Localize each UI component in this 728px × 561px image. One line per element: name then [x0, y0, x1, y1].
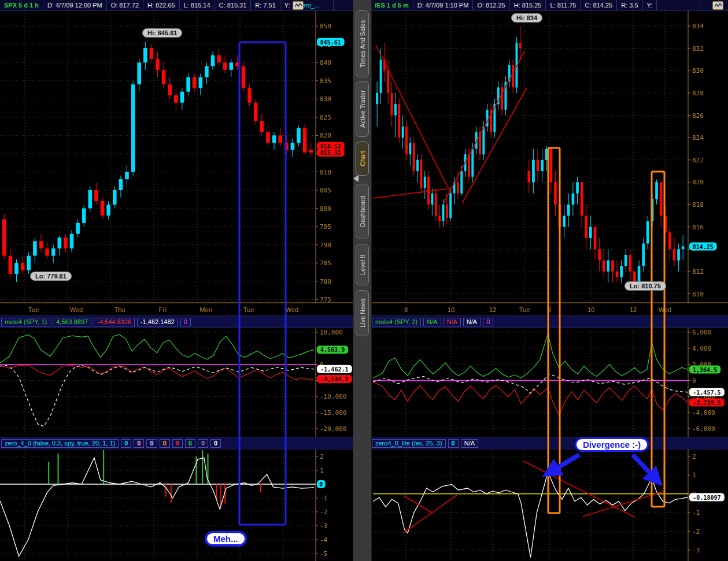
- svg-text:-2,729.5: -2,729.5: [693, 400, 720, 406]
- chart-panel-right: /ES 1 d 5 mD: 4/7/09 1:10 PMO: 812.25H: …: [371, 0, 728, 561]
- svg-text:-0.18097: -0.18097: [693, 495, 720, 501]
- sidebar-tab-dashboard[interactable]: Dashboard: [356, 184, 369, 239]
- study-header-field: 0: [121, 439, 131, 448]
- divergence-annotation: Divergence :-): [575, 437, 649, 452]
- header-field: L: 815.14: [180, 0, 215, 10]
- header-field: SPX 5 d 1 h: [0, 0, 43, 10]
- sidebar-tab-live-news[interactable]: Live News: [356, 290, 369, 336]
- svg-text:4,563.9: 4,563.9: [320, 347, 345, 353]
- sidebar-tab-level-ii[interactable]: Level II: [356, 244, 369, 285]
- axis-tick-label: 1: [692, 471, 696, 479]
- price-chart-right[interactable]: 8348328308288268248228208188168148128108…: [371, 10, 728, 315]
- axis-tick-label: 820: [692, 179, 704, 186]
- gadget-sidebar: Times And SalesActive TraderChartDashboa…: [353, 0, 372, 561]
- sidebar-tab-chart[interactable]: Chart: [356, 142, 369, 176]
- header-field: D: 4/7/09 12:00 PM: [43, 0, 107, 10]
- time-axis-label: Fri: [159, 306, 167, 313]
- study-header-field: 0: [146, 439, 157, 448]
- mole-study-chart-left[interactable]: 10,0005,0000-5,000-10,000-15,000-20,0004…: [0, 327, 353, 437]
- zero-study-header-left: zero_4_0 (false, 0.3, spy, true, 20, 1, …: [0, 437, 353, 449]
- trading-workspace: SPX 5 d 1 hD: 4/7/09 12:00 PMO: 817.72H:…: [0, 0, 728, 561]
- time-axis-label: Mon: [199, 306, 212, 313]
- axis-tick-label: 4,000: [692, 345, 711, 352]
- time-axis-label: 12: [630, 306, 637, 313]
- axis-tick-label: 824: [692, 134, 704, 142]
- header-field: O: 817.72: [107, 0, 143, 10]
- axis-tick-label: -20,000: [320, 425, 346, 433]
- header-field: R: 7.51: [251, 0, 280, 10]
- study-header-field: mole4 (SPY, 1): [1, 318, 50, 326]
- axis-tick-label: -15,000: [320, 409, 346, 417]
- axis-tick-label: 826: [692, 112, 704, 120]
- axis-tick-label: 785: [320, 259, 331, 267]
- svg-text:1,364.5: 1,364.5: [693, 367, 717, 373]
- time-axis-label: 10: [587, 306, 594, 313]
- time-axis-label: Tue: [519, 306, 530, 313]
- header-field: R: 3.5: [617, 0, 642, 10]
- axis-tick-label: 810: [692, 291, 704, 298]
- axis-tick-label: 800: [320, 205, 331, 213]
- study-header-field: N/A: [444, 318, 461, 326]
- symbol-header-right: /ES 1 d 5 mD: 4/7/09 1:10 PMO: 812.25H: …: [371, 0, 728, 11]
- svg-text:814.25: 814.25: [693, 244, 714, 250]
- chart-style-icon[interactable]: [293, 1, 304, 10]
- axis-tick-label: 830: [320, 95, 331, 103]
- axis-tick-label: 840: [320, 59, 331, 66]
- time-axis-label: 10: [448, 306, 454, 313]
- time-axis-label: Tue: [28, 306, 39, 313]
- svg-text:845.61: 845.61: [320, 39, 341, 46]
- axis-tick-label: 805: [320, 187, 331, 194]
- study-header-field: zero_4_0 (false, 0.3, spy, true, 20, 1, …: [1, 439, 119, 448]
- header-field: H: 815.25: [510, 0, 546, 10]
- header-field: O: 812.25: [473, 0, 509, 10]
- time-axis-label: Tue: [243, 306, 254, 313]
- time-axis-label: 8: [548, 306, 551, 313]
- zero-study-header-right: zero4_0_lite (/es, 25, 3)0N/A: [371, 437, 728, 449]
- study-header-field: -4,544.8326: [94, 318, 135, 326]
- axis-tick-label: -4,000: [692, 409, 715, 417]
- high-marker-bubble: Hi: 834: [511, 13, 542, 23]
- axis-tick-label: 1: [320, 467, 324, 474]
- header-field: D: 4/7/09 1:10 PM: [413, 0, 474, 10]
- axis-tick-label: -4: [320, 536, 328, 544]
- study-header-field: N/A: [461, 439, 478, 448]
- axis-tick-label: 834: [692, 23, 704, 30]
- axis-tick-label: 822: [692, 157, 704, 164]
- zero-study-chart-left[interactable]: 210-1-2-3-4-50: [0, 448, 353, 561]
- sidebar-tab-active-trader[interactable]: Active Trader: [356, 81, 369, 137]
- chart-style-icon[interactable]: [712, 1, 723, 10]
- svg-text:0: 0: [319, 481, 323, 488]
- axis-tick-label: 832: [692, 45, 704, 53]
- study-header-field: 0: [198, 439, 208, 448]
- header-field: Y:: [643, 0, 657, 10]
- axis-tick-label: 816: [692, 224, 704, 231]
- axis-tick-label: 795: [320, 223, 331, 231]
- header-field: [657, 0, 700, 10]
- study-header-field: N/A: [423, 318, 441, 326]
- low-marker-bubble: Lo: 779.81: [30, 272, 72, 281]
- meh-annotation: Meh...: [205, 531, 247, 547]
- header-field: C: 815.31: [215, 0, 252, 10]
- axis-tick-label: -10,000: [320, 393, 346, 400]
- mole-study-chart-right[interactable]: 6,0004,0002,0000-2,000-4,000-6,0001,364.…: [371, 327, 728, 437]
- high-marker-bubble: Hi: 845.61: [142, 28, 182, 38]
- study-header-field: 0: [210, 439, 221, 448]
- study-header-field: -1,462.1482: [137, 318, 178, 326]
- symbol-header-left: SPX 5 d 1 hD: 4/7/09 12:00 PMO: 817.72H:…: [0, 0, 353, 11]
- axis-tick-label: -3: [320, 522, 327, 530]
- axis-tick-label: -2: [692, 528, 700, 536]
- sidebar-tab-times-and-sales[interactable]: Times And Sales: [356, 10, 369, 77]
- mole-study-header-left: mole4 (SPY, 1)4,563.8897-4,544.8326-1,46…: [0, 315, 353, 328]
- axis-tick-label: 820: [320, 132, 331, 139]
- price-chart-left[interactable]: 8508458408358308258208158108058007957907…: [0, 10, 353, 315]
- zero-study-chart-right[interactable]: 210-1-2-3-0.18097: [371, 448, 728, 561]
- low-marker-bubble: Lo: 810.75: [624, 281, 666, 291]
- header-field: L: 811.75: [546, 0, 581, 10]
- axis-tick-label: -2: [320, 508, 327, 516]
- time-axis-label: 8: [404, 306, 408, 313]
- svg-text:-1,462.1: -1,462.1: [320, 366, 348, 373]
- study-header-field: 0: [134, 439, 144, 448]
- axis-tick-label: 2: [320, 453, 324, 460]
- axis-tick-label: 835: [320, 77, 331, 85]
- axis-tick-label: 830: [692, 67, 704, 75]
